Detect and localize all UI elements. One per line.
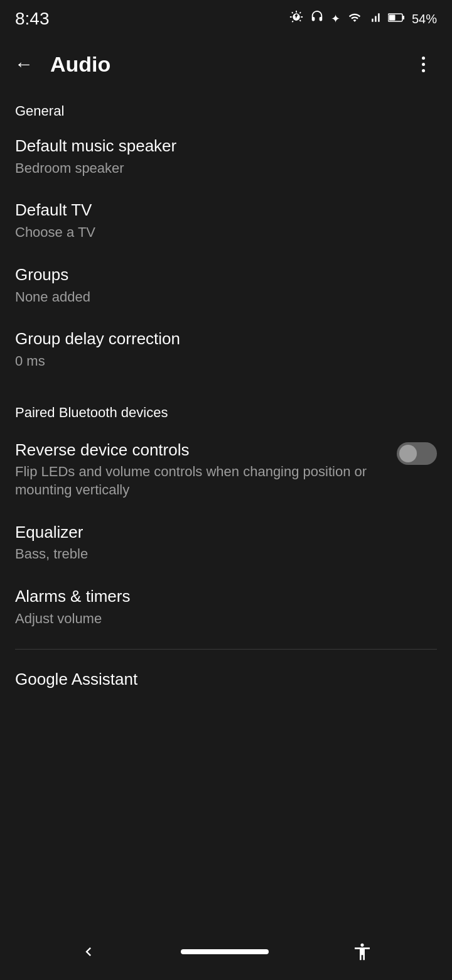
settings-item-default-music-speaker[interactable]: Default music speaker Bedroom speaker (0, 124, 452, 188)
settings-item-reverse-controls[interactable]: Reverse device controls Flip LEDs and vo… (0, 428, 452, 511)
alarm-icon (289, 10, 303, 28)
back-button[interactable]: ← (10, 50, 38, 78)
wifi-icon (347, 11, 363, 26)
toggle-thumb (399, 445, 417, 462)
header-left: ← Audio (10, 50, 110, 78)
default-music-speaker-title: Default music speaker (15, 136, 437, 157)
settings-item-text: Group delay correction 0 ms (15, 329, 437, 370)
alarms-timers-subtitle: Adjust volume (15, 610, 437, 628)
settings-item-groups[interactable]: Groups None added (0, 253, 452, 317)
page-title: Audio (50, 52, 110, 77)
settings-item-group-delay[interactable]: Group delay correction 0 ms (0, 317, 452, 381)
settings-item-alarms-timers[interactable]: Alarms & timers Adjust volume (0, 575, 452, 639)
headphone-icon (309, 10, 325, 28)
equalizer-subtitle: Bass, treble (15, 545, 437, 564)
settings-item-text: Default TV Choose a TV (15, 200, 437, 241)
battery-icon (388, 11, 406, 26)
settings-item-text: Reverse device controls Flip LEDs and vo… (15, 440, 387, 499)
alarms-timers-title: Alarms & timers (15, 586, 437, 607)
accessibility-icon (352, 942, 372, 962)
nav-home-button[interactable] (171, 939, 279, 964)
status-time: 8:43 (15, 9, 50, 29)
home-pill-icon (181, 949, 269, 954)
default-music-speaker-subtitle: Bedroom speaker (15, 160, 437, 178)
battery-percentage: 54% (412, 12, 437, 26)
more-options-button[interactable] (409, 50, 437, 78)
group-delay-subtitle: 0 ms (15, 352, 437, 371)
groups-title: Groups (15, 264, 437, 286)
status-bar: 8:43 ✦ (0, 0, 452, 35)
back-arrow-icon: ← (14, 55, 33, 74)
groups-subtitle: None added (15, 288, 437, 307)
section-google-assistant: Google Assistant (0, 660, 452, 699)
equalizer-title: Equalizer (15, 522, 437, 543)
settings-item-text: Alarms & timers Adjust volume (15, 586, 437, 628)
settings-item-text: Default music speaker Bedroom speaker (15, 136, 437, 177)
status-icons: ✦ 54% (289, 10, 437, 28)
nav-accessibility-button[interactable] (342, 932, 382, 972)
content-area: General Default music speaker Bedroom sp… (0, 93, 452, 699)
svg-rect-2 (402, 16, 404, 19)
reverse-controls-toggle[interactable] (397, 442, 437, 465)
settings-item-text: Groups None added (15, 264, 437, 306)
cast-icon: ✦ (331, 12, 340, 26)
default-tv-title: Default TV (15, 200, 437, 221)
section-general: General (0, 93, 452, 124)
more-dots-icon (422, 57, 425, 72)
back-nav-icon (80, 943, 97, 961)
settings-item-equalizer[interactable]: Equalizer Bass, treble (0, 511, 452, 575)
page-header: ← Audio (0, 40, 452, 93)
settings-item-default-tv[interactable]: Default TV Choose a TV (0, 188, 452, 253)
default-tv-subtitle: Choose a TV (15, 224, 437, 242)
bottom-navigation (0, 923, 452, 980)
group-delay-title: Group delay correction (15, 329, 437, 350)
svg-rect-1 (389, 15, 395, 21)
toggle-container (397, 440, 437, 465)
section-divider (15, 649, 437, 650)
settings-item-text: Equalizer Bass, treble (15, 522, 437, 564)
reverse-controls-subtitle: Flip LEDs and volume controls when chang… (15, 463, 387, 499)
nav-back-button[interactable] (70, 933, 107, 971)
reverse-controls-title: Reverse device controls (15, 440, 387, 461)
section-bluetooth: Paired Bluetooth devices (0, 389, 452, 426)
signal-icon (369, 11, 382, 26)
